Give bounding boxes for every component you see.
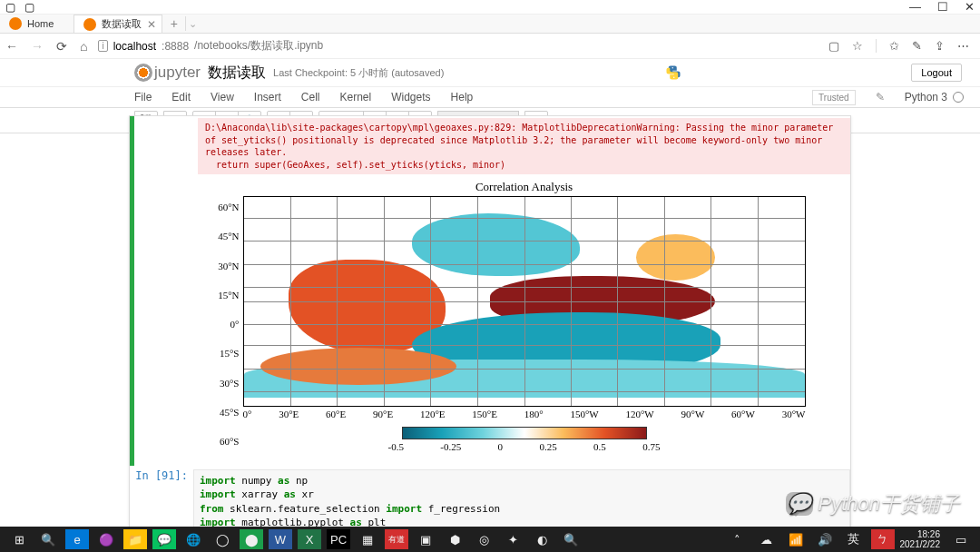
title-icon-1: ▢ [5,1,15,14]
app-icon-6[interactable]: ◎ [472,529,495,549]
trusted-badge[interactable]: Trusted [812,90,856,105]
menu-widgets[interactable]: Widgets [391,91,430,104]
wechat-icon: 💬 [786,492,813,516]
kernel-status-icon [953,92,964,103]
browser-tab-home[interactable]: Home [0,15,74,33]
watermark-text: Python干货铺子 [818,490,961,518]
tab-icon [9,17,22,30]
star-icon[interactable]: ☆ [852,39,863,53]
watermark: 💬 Python干货铺子 [786,490,961,518]
colorbar [402,427,647,439]
tab-icon [83,18,96,31]
app-icon-8[interactable]: ◐ [530,529,554,549]
chrome-icon[interactable]: ⬤ [240,529,263,549]
menu-cell[interactable]: Cell [301,91,320,104]
tab-dropdown[interactable]: ⌄ [186,15,199,33]
tab-label: 数据读取 [102,17,142,31]
nav-home-icon[interactable]: ⌂ [80,39,87,54]
figure-output: Correlation Analysis 60°N45°N30°N15°N0°1… [198,174,850,460]
site-info-icon[interactable]: i [98,40,107,52]
edit-mode-icon[interactable]: ✎ [876,91,885,104]
menu-help[interactable]: Help [451,91,474,104]
python-logo-icon [665,64,681,81]
logout-button[interactable]: Logout [911,64,962,82]
app-icon-2[interactable]: ◯ [211,529,234,549]
wechat-app-icon[interactable]: 💬 [152,529,176,549]
folder-icon[interactable]: 📁 [123,529,147,549]
jupyter-logo[interactable]: jupyter [134,64,201,82]
tab-label: Home [27,18,54,29]
url-port: :8888 [162,40,189,53]
browser-icon[interactable]: 🌐 [181,529,205,549]
pycharm-icon[interactable]: PC [327,529,350,549]
menu-kernel[interactable]: Kernel [340,91,372,104]
win-close[interactable]: ✕ [965,0,975,14]
url-path: /notebooks/数据读取.ipynb [194,38,323,54]
start-button[interactable]: ⊞ [7,529,31,549]
app-icon[interactable]: 🟣 [94,529,118,549]
chart-title: Correlation Analysis [198,180,850,194]
jupyter-orb-icon [134,64,152,82]
search-icon[interactable]: 🔍 [36,529,60,549]
app-icon-7[interactable]: ✦ [501,529,524,549]
browser-tab-notebook[interactable]: 数据读取 ✕ [74,15,162,33]
edge-icon[interactable]: e [65,529,89,549]
y-tick-labels: 60°N45°N30°N15°N0°15°S30°S45°S60°S [209,196,240,452]
win-max[interactable]: ☐ [937,0,948,14]
input-cell[interactable]: In [91]: import numpy as npimport xarray… [130,466,850,527]
tray-volume-icon[interactable]: 🔊 [813,529,837,549]
tray-cloud-icon[interactable]: ☁ [755,529,779,549]
excel-icon[interactable]: X [298,529,321,549]
checkpoint-text: Last Checkpoint: 5 小时前 (autosaved) [273,66,444,80]
tab-close-icon[interactable]: ✕ [147,18,156,31]
title-icon-2: ▢ [24,1,34,14]
reader-icon[interactable]: ▢ [828,39,839,53]
app-icon-4[interactable]: ▣ [414,529,437,549]
search-circle-icon[interactable]: 🔍 [559,529,583,549]
output-cell: D:\Anaconda\lib\site-packages\cartopy\mp… [130,116,850,466]
app-icon-5[interactable]: ⬢ [443,529,466,549]
share-icon[interactable]: ⇪ [935,39,945,53]
notes-icon[interactable]: ✎ [912,39,922,53]
x-tick-labels: 0°30°E60°E90°E120°E150°E180°150°W120°W90… [243,407,806,421]
word-icon[interactable]: W [269,529,292,549]
notebook-title[interactable]: 数据读取 [208,64,266,83]
ime-lang[interactable]: 英 [842,529,866,549]
settings-icon[interactable]: ⋯ [957,39,969,53]
jupyter-brand-text: jupyter [154,64,201,82]
menu-file[interactable]: File [134,91,152,104]
nav-reload-icon[interactable]: ⟳ [56,39,67,54]
address-bar[interactable]: i localhost:8888/notebooks/数据读取.ipynb [98,38,818,54]
favorites-icon[interactable]: ✩ [889,39,899,53]
menu-edit[interactable]: Edit [172,91,191,104]
ime-mode[interactable]: ㄅ [871,529,895,549]
code-editor[interactable]: import numpy as npimport xarray as xrfro… [193,469,850,527]
input-prompt: In [91]: [130,469,193,482]
nav-fwd-icon[interactable]: → [31,39,44,54]
warning-output: D:\Anaconda\lib\site-packages\cartopy\mp… [198,118,850,174]
youdao-icon[interactable]: 有道 [385,529,408,549]
tray-up-icon[interactable]: ˄ [726,529,750,549]
notification-icon[interactable]: ▭ [949,529,973,549]
windows-taskbar[interactable]: ⊞ 🔍 e 🟣 📁 💬 🌐 ◯ ⬤ W X PC ▦ 有道 ▣ ⬢ ◎ ✦ ◐ … [0,527,980,552]
map-canvas [243,196,806,407]
app-icon-3[interactable]: ▦ [356,529,379,549]
taskbar-clock[interactable]: 18:262021/2/22 [900,529,945,549]
tray-wifi-icon[interactable]: 📶 [784,529,808,549]
menu-view[interactable]: View [211,91,234,104]
colorbar-ticks: -0.5-0.2500.250.50.75 [388,441,661,452]
nav-back-icon[interactable]: ← [5,39,18,54]
win-min[interactable]: — [909,0,921,14]
new-tab-button[interactable]: + [162,16,186,31]
menu-insert[interactable]: Insert [254,91,281,104]
url-host: localhost [113,40,156,53]
kernel-name[interactable]: Python 3 [905,91,947,104]
